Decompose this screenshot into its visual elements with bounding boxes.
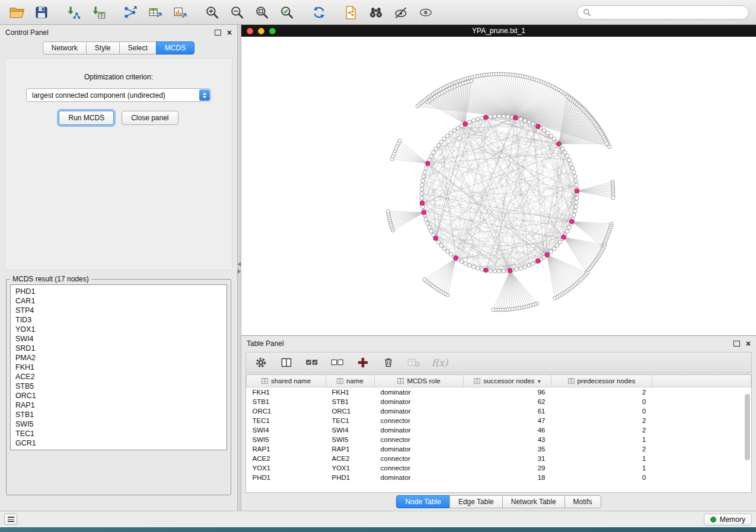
clone-document-button[interactable]: [342, 3, 361, 22]
export-table-button[interactable]: [146, 3, 165, 22]
add-column-button[interactable]: [355, 355, 371, 370]
cell-predecessor-nodes[interactable]: 1: [551, 435, 652, 444]
function-builder-button[interactable]: f(x): [432, 357, 448, 368]
control-panel-tab[interactable]: Style: [86, 41, 120, 55]
table-row[interactable]: YOX1 YOX1 connector 29 1: [247, 463, 751, 473]
cell-shared-name[interactable]: SWI4: [247, 425, 326, 435]
refresh-button[interactable]: [310, 3, 328, 22]
cell-name[interactable]: SWI5: [326, 435, 375, 444]
mcds-result-item[interactable]: ORC1: [15, 391, 222, 400]
cell-shared-name[interactable]: RAP1: [247, 444, 326, 454]
float-panel-icon[interactable]: [215, 30, 221, 36]
cell-successor-nodes[interactable]: 35: [464, 444, 551, 454]
cell-predecessor-nodes[interactable]: 0: [551, 406, 652, 416]
cell-name[interactable]: PHD1: [326, 473, 375, 482]
mcds-result-list[interactable]: PHD1CAR1STP4TID3YOX1SWI4SRD1PMA2FKH1ACE2…: [10, 284, 227, 450]
delete-column-button[interactable]: [381, 355, 396, 370]
cell-successor-nodes[interactable]: 46: [464, 425, 551, 435]
overview-button[interactable]: [416, 3, 435, 22]
control-panel-tab[interactable]: MCDS: [156, 41, 194, 55]
cell-name[interactable]: STB1: [326, 397, 375, 406]
mcds-result-item[interactable]: PHD1: [15, 287, 222, 296]
cell-predecessor-nodes[interactable]: 1: [551, 454, 652, 463]
collapse-right-icon[interactable]: [238, 269, 241, 274]
select-all-button[interactable]: [304, 355, 320, 370]
mcds-result-item[interactable]: SWI5: [15, 419, 222, 429]
mcds-result-item[interactable]: STB5: [15, 382, 222, 391]
zoom-out-button[interactable]: [228, 3, 247, 22]
cell-name[interactable]: RAP1: [326, 444, 375, 454]
show-columns-button[interactable]: [279, 355, 294, 370]
cell-successor-nodes[interactable]: 31: [464, 454, 551, 463]
table-row[interactable]: SWI5 SWI5 connector 43 1: [247, 435, 751, 444]
cell-successor-nodes[interactable]: 29: [464, 463, 551, 473]
scrollbar-thumb[interactable]: [745, 394, 750, 460]
table-row[interactable]: TEC1 TEC1 connector 47 2: [247, 416, 751, 425]
table-row[interactable]: STB1 STB1 dominator 62 0: [247, 397, 751, 406]
table-tab[interactable]: Edge Table: [449, 495, 503, 508]
cell-shared-name[interactable]: TEC1: [247, 416, 326, 425]
table-scrollbar[interactable]: [745, 389, 750, 490]
control-panel-tab[interactable]: Network: [43, 41, 87, 55]
save-session-button[interactable]: [32, 3, 51, 22]
task-history-button[interactable]: [4, 514, 17, 525]
zoom-in-button[interactable]: [203, 3, 222, 22]
cell-predecessor-nodes[interactable]: 2: [551, 425, 652, 435]
cell-name[interactable]: FKH1: [326, 387, 375, 398]
close-table-panel-icon[interactable]: ×: [746, 339, 751, 348]
table-row[interactable]: RAP1 RAP1 dominator 35 2: [247, 444, 751, 454]
cell-predecessor-nodes[interactable]: 0: [551, 473, 652, 482]
mcds-result-item[interactable]: GCR1: [15, 438, 222, 448]
column-header-predecessor-nodes[interactable]: predecessor nodes: [551, 375, 652, 387]
mcds-result-item[interactable]: TEC1: [15, 429, 222, 438]
window-close-button[interactable]: [247, 28, 253, 34]
open-file-button[interactable]: [7, 3, 26, 22]
table-row[interactable]: FKH1 FKH1 dominator 96 2: [247, 387, 751, 398]
close-panel-button[interactable]: Close panel: [122, 111, 178, 125]
search-input[interactable]: [595, 8, 743, 17]
cell-mcds-role[interactable]: connector: [375, 435, 464, 444]
column-header-name[interactable]: name: [326, 375, 375, 387]
cell-mcds-role[interactable]: dominator: [375, 444, 464, 454]
table-row[interactable]: ORC1 ORC1 dominator 61 0: [247, 406, 751, 416]
network-canvas[interactable]: [241, 37, 756, 335]
cell-shared-name[interactable]: STB1: [247, 397, 326, 406]
table-settings-button[interactable]: [253, 355, 269, 370]
cell-shared-name[interactable]: ACE2: [247, 454, 326, 463]
cell-name[interactable]: ORC1: [326, 406, 375, 416]
table-tab[interactable]: Network Table: [502, 495, 565, 508]
cell-name[interactable]: YOX1: [326, 463, 375, 473]
cell-successor-nodes[interactable]: 96: [464, 387, 551, 398]
mcds-result-item[interactable]: STB1: [15, 410, 222, 419]
cell-mcds-role[interactable]: connector: [375, 454, 464, 463]
table-tab[interactable]: Motifs: [564, 495, 601, 508]
float-table-panel-icon[interactable]: [733, 341, 740, 347]
mcds-result-item[interactable]: TID3: [15, 315, 222, 325]
column-header-mcds-role[interactable]: MCDS role: [375, 375, 464, 387]
mcds-result-item[interactable]: RAP1: [15, 400, 222, 410]
collapse-left-icon[interactable]: [238, 262, 241, 267]
cell-name[interactable]: SWI4: [326, 425, 375, 435]
mcds-result-item[interactable]: PMA2: [15, 353, 222, 363]
hide-column-button[interactable]: [406, 355, 422, 370]
import-network-button[interactable]: [64, 3, 83, 22]
table-row[interactable]: SWI4 SWI4 dominator 46 2: [247, 425, 751, 435]
import-table-button[interactable]: [89, 3, 108, 22]
mcds-result-item[interactable]: STP4: [15, 306, 222, 315]
window-maximize-button[interactable]: [269, 28, 276, 34]
table-row[interactable]: PHD1 PHD1 dominator 18 0: [247, 473, 751, 482]
mcds-result-item[interactable]: ACE2: [15, 372, 222, 382]
criterion-select[interactable]: largest connected component (undirected): [26, 88, 211, 102]
column-header-shared-name[interactable]: shared name: [247, 375, 326, 387]
zoom-fit-button[interactable]: [253, 3, 272, 22]
cell-successor-nodes[interactable]: 18: [464, 473, 551, 482]
cell-predecessor-nodes[interactable]: 2: [551, 387, 652, 398]
cell-predecessor-nodes[interactable]: 2: [551, 444, 652, 454]
panel-splitter[interactable]: [237, 25, 241, 511]
zoom-selected-button[interactable]: [277, 3, 296, 22]
cell-shared-name[interactable]: YOX1: [247, 463, 326, 473]
cell-shared-name[interactable]: ORC1: [247, 406, 326, 416]
unselect-all-button[interactable]: [330, 355, 345, 370]
cell-successor-nodes[interactable]: 47: [464, 416, 551, 425]
mcds-result-item[interactable]: SWI4: [15, 334, 222, 344]
